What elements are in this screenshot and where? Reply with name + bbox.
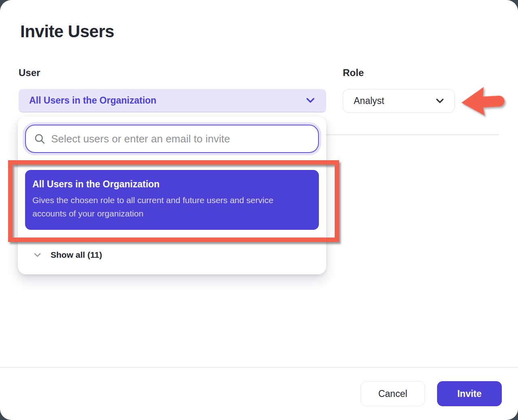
invite-button[interactable]: Invite: [437, 381, 502, 406]
option-all-users[interactable]: All Users in the Organization Gives the …: [25, 170, 319, 230]
show-all-toggle[interactable]: Show all (11): [18, 245, 326, 265]
footer-divider: [0, 367, 518, 368]
user-dropdown-panel: All Users in the Organization Gives the …: [18, 117, 326, 274]
role-select-value: Analyst: [354, 95, 436, 106]
role-select[interactable]: Analyst: [343, 89, 455, 113]
user-search-input[interactable]: [51, 133, 310, 145]
chevron-down-icon: [306, 98, 315, 103]
cancel-button[interactable]: Cancel: [361, 381, 425, 406]
role-field-label: Role: [343, 67, 364, 78]
user-field-label: User: [19, 67, 40, 78]
user-search-box[interactable]: [25, 125, 319, 153]
red-arrow-icon: [457, 80, 509, 123]
show-all-label: Show all (11): [51, 250, 102, 260]
chevron-down-icon: [34, 253, 41, 257]
search-icon: [34, 133, 45, 145]
invite-users-modal: Invite Users User Role All Users in the …: [0, 0, 518, 420]
user-select[interactable]: All Users in the Organization: [19, 89, 326, 112]
option-title: All Users in the Organization: [32, 179, 308, 190]
page-title: Invite Users: [20, 22, 114, 41]
option-description: Gives the chosen role to all current and…: [32, 193, 309, 220]
chevron-down-icon: [436, 98, 444, 104]
user-select-value: All Users in the Organization: [29, 95, 306, 106]
